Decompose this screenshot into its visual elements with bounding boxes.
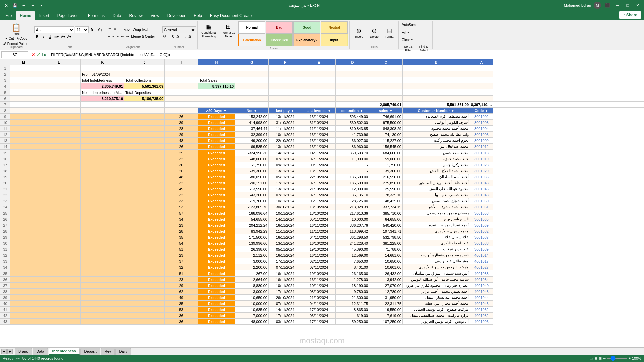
merge-center-button[interactable]: Merge & Center [130,34,157,40]
underline-button[interactable]: U [47,34,53,40]
tab-insert[interactable]: Insert [35,11,53,20]
col-header-h-filter[interactable]: >20 Days ▼ [198,108,235,114]
tab-file[interactable]: File [1,11,16,20]
tab-data[interactable]: Data [109,11,125,20]
tab-easy-doc[interactable]: Easy Document Creator [206,11,257,20]
font-color-button[interactable]: A▾ [66,34,72,40]
col-header-g[interactable]: G [235,59,269,65]
redo-icon[interactable]: ↪ [29,2,36,9]
tab-view[interactable]: View [147,11,163,20]
tab-help[interactable]: Help [190,11,206,20]
style-explanatory[interactable]: Explanatory - [293,34,320,46]
col-header-e-filter[interactable]: last invoice ▼ [302,108,336,114]
font-name-select[interactable]: Arial [34,26,74,33]
col-header-a[interactable]: A [470,59,493,65]
sheet-tab-rev[interactable]: Rev [101,348,115,355]
autosum-button[interactable]: AutoSum [401,21,431,28]
style-normal[interactable]: Normal [238,21,265,34]
decrease-font-size-button[interactable]: A↓ [97,27,104,33]
percent-button[interactable]: % [162,34,167,40]
col-header-m[interactable]: M [10,59,37,65]
col-header-i[interactable]: I [165,59,198,65]
user-avatar[interactable]: M [594,2,601,9]
cut-button[interactable]: ✂ Cut [4,36,15,42]
col-header-d-filter[interactable]: collection ▼ [336,108,369,114]
text-orientation-button[interactable]: ab↗ [123,27,131,33]
style-bad[interactable]: Bad [266,21,293,34]
tab-page-layout[interactable]: Page Layout [53,11,84,20]
col-header-b[interactable]: B [403,59,470,65]
col-header-l[interactable]: L [37,59,81,65]
col-header-d[interactable]: D [336,59,369,65]
copy-button[interactable]: ⎘ Copy [16,36,29,42]
sheet-scroll-right-button[interactable]: ▶ [7,349,13,354]
style-input[interactable]: Input [321,34,348,46]
wrap-text-button[interactable]: Wrap Text [132,27,159,33]
page-view-icon[interactable]: ▭ [590,356,593,361]
tab-formulas[interactable]: Formulas [84,11,109,20]
col-header-b-filter[interactable]: Customer Number ▼ [403,108,470,114]
formula-input[interactable] [47,51,643,58]
col-header-f[interactable]: F [269,59,302,65]
style-calculation[interactable]: Calculation [238,34,265,46]
share-button[interactable]: ↑ Share [619,11,641,19]
font-size-select[interactable]: 11 [75,26,89,33]
increase-indent-button[interactable]: ⇥ [125,34,130,40]
paste-button[interactable]: 📋 Paste [8,23,24,36]
number-format-select[interactable]: General [162,26,196,33]
tab-developer[interactable]: Developer [163,11,190,20]
name-box[interactable] [1,51,28,58]
save-icon[interactable]: 💾 [11,2,19,9]
sheet-tab-daily[interactable]: Daily [115,348,131,355]
col-header-e[interactable]: E [302,59,336,65]
col-header-j[interactable]: J [124,59,165,65]
formula-cancel-icon[interactable]: ✕ [31,52,35,57]
fill-button[interactable]: Fill ~ [401,29,431,36]
comma-button[interactable]: , [168,34,171,40]
page-layout-view-icon[interactable]: ⊞ [594,356,597,361]
bold-button[interactable]: B [34,34,40,40]
increase-font-size-button[interactable]: A↑ [89,27,96,33]
col-header-h[interactable]: H [198,59,235,65]
page-break-icon[interactable]: ⊟ [599,356,602,361]
zoom-control[interactable]: ─ + 100% [603,356,641,360]
delete-cells-button[interactable]: ⊖ Delete [367,24,382,43]
align-top-button[interactable]: ⊤ [107,27,112,33]
undo-icon[interactable]: ↩ [20,2,28,9]
customize-qat-icon[interactable]: ▾ [38,2,45,9]
decrease-indent-button[interactable]: ⇤ [120,34,125,40]
increase-decimal-button[interactable]: .0→ [175,34,183,40]
align-bottom-button[interactable]: ⊥ [118,27,123,33]
align-left-button[interactable]: ≡ [107,34,111,40]
fill-color-button[interactable]: A▾ [60,34,66,40]
formula-fx-icon[interactable]: fx [42,52,46,57]
italic-button[interactable]: I [41,34,47,40]
insert-cells-button[interactable]: ⊕ Insert [352,24,366,43]
col-header-c-filter[interactable]: sales ▼ [369,108,403,114]
format-cells-button[interactable]: ⊟ Format [382,24,397,43]
col-header-g-filter[interactable]: Net ▼ [235,108,269,114]
style-check-cell[interactable]: Check Cell [266,34,293,46]
align-middle-button[interactable]: ⊟ [113,27,117,33]
sheet-tab-data[interactable]: Data [33,348,48,355]
formula-confirm-icon[interactable]: ✓ [37,52,41,57]
close-icon[interactable]: ✕ [634,2,641,9]
col-header-f-filter[interactable]: last pay ▼ [269,108,302,114]
align-right-button[interactable]: ≡ [116,34,120,40]
currency-button[interactable]: $ [171,34,175,40]
minimize-icon[interactable]: ─ [614,2,621,9]
sheet-tab-indebtedness[interactable]: Indebtedness [49,348,80,355]
zoom-in-icon[interactable]: + [628,356,630,360]
align-center-button[interactable]: ≡ [111,34,115,40]
sheet-tab-deposit[interactable]: Deposit [80,348,100,355]
col-header-a-filter[interactable]: Code ▼ [470,108,493,114]
tab-review[interactable]: Review [125,11,146,20]
ribbon-display-icon[interactable]: ⬛ [604,2,611,9]
zoom-out-icon[interactable]: ─ [603,356,606,360]
conditional-formatting-button[interactable]: ▦ Conditional Formatting [200,21,218,40]
zoom-slider[interactable] [607,358,627,359]
decrease-decimal-button[interactable]: ←.0 [183,34,192,40]
col-header-c[interactable]: C [369,59,403,65]
col-header-k[interactable]: K [81,59,124,65]
sheet-tab-brand[interactable]: Brand [15,348,32,355]
